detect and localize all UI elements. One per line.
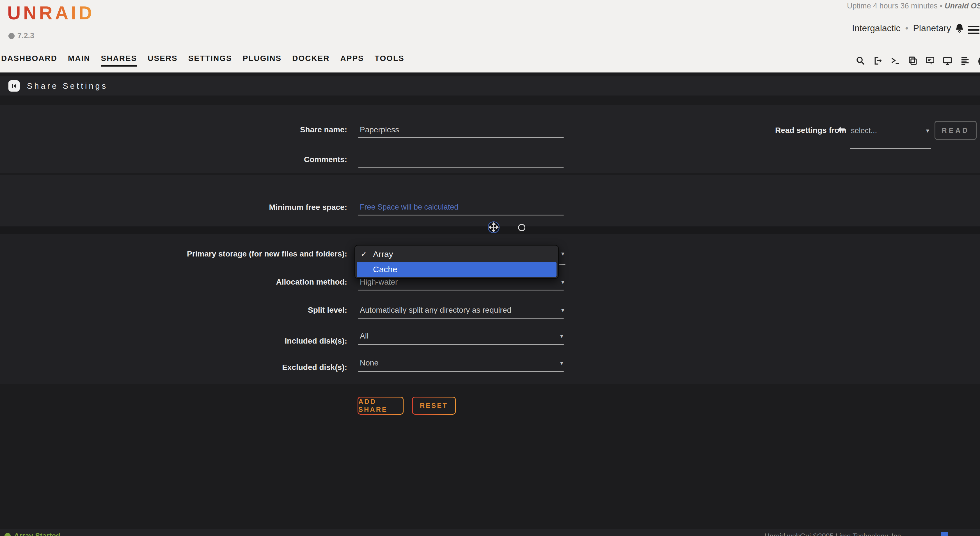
included-disks-select[interactable]: All (360, 332, 369, 340)
array-status-text: Array Started (14, 531, 60, 536)
license-text: Unraid OS Starter (945, 2, 980, 10)
nav-plugins[interactable]: PLUGINS (243, 54, 282, 67)
feedback-icon[interactable] (925, 56, 935, 67)
server-separator: • (903, 23, 910, 33)
dropdown-option-label: Cache (373, 265, 398, 274)
min-free-space-label: Minimum free space: (167, 203, 347, 212)
included-disks-underline (358, 344, 564, 345)
included-disks-caret-icon[interactable]: ▼ (559, 333, 564, 339)
read-settings-caret-icon[interactable]: ▼ (925, 128, 930, 134)
nav-shares[interactable]: SHARES (101, 54, 137, 67)
read-settings-label: Read settings from (775, 126, 846, 135)
footer: Array Started Unraid webGui ©2005 Lime T… (0, 529, 980, 536)
comments-underline (358, 168, 564, 168)
back-button[interactable] (8, 80, 20, 92)
excluded-disks-underline (358, 371, 564, 372)
array-status-icon (5, 533, 11, 536)
nav-docker[interactable]: DOCKER (292, 54, 329, 67)
nav-settings[interactable]: SETTINGS (188, 54, 232, 67)
section-band-1 (0, 105, 980, 173)
header: UNRAID 7.2.3 Uptime 4 hours 36 minutes•U… (0, 0, 980, 72)
nav-main[interactable]: MAIN (68, 54, 91, 67)
primary-storage-underline-edge (558, 264, 565, 265)
share-name-input[interactable]: Paperpless (360, 125, 399, 134)
monitor-icon[interactable] (942, 56, 953, 67)
nav-utility-icons (855, 56, 980, 67)
read-button[interactable]: READ (934, 121, 977, 140)
allocation-method-select[interactable]: High-water (360, 278, 398, 287)
profile-circle-icon[interactable] (978, 56, 980, 67)
split-level-caret-icon[interactable]: ▼ (560, 307, 565, 314)
primary-storage-label: Primary storage (for new files and folde… (167, 249, 347, 258)
notifications-bell-icon[interactable] (954, 23, 965, 34)
main-nav: DASHBOARD MAIN SHARES USERS SETTINGS PLU… (1, 54, 404, 67)
min-free-space-input[interactable]: Free Space will be calculated (360, 203, 458, 212)
search-icon[interactable] (855, 56, 865, 67)
unraid-screen: UNRAID 7.2.3 Uptime 4 hours 36 minutes•U… (0, 0, 980, 536)
read-settings-underline (850, 148, 931, 149)
log-icon[interactable] (960, 56, 970, 67)
page-title-bar: Share Settings (0, 77, 980, 96)
uptime-text: Uptime 4 hours 36 minutes (847, 2, 938, 10)
nav-users[interactable]: USERS (148, 54, 177, 67)
version-label: 7.2.3 (18, 32, 34, 40)
array-status[interactable]: Array Started (5, 531, 60, 536)
dropdown-option-label: Array (373, 249, 393, 259)
split-level-select[interactable]: Automatically split any directory as req… (360, 306, 511, 314)
primary-storage-caret-icon[interactable]: ▼ (560, 251, 565, 257)
menu-hamburger-icon[interactable] (968, 26, 980, 36)
min-free-space-underline (358, 215, 564, 215)
share-name-label: Share name: (167, 125, 347, 134)
share-name-underline (358, 137, 564, 138)
comments-label: Comments: (167, 155, 347, 164)
excluded-disks-select[interactable]: None (360, 359, 379, 367)
nav-tools[interactable]: TOOLS (375, 54, 404, 67)
version-badge-icon (8, 33, 14, 39)
uptime-line: Uptime 4 hours 36 minutes•Unraid OS Star… (847, 2, 980, 10)
split-level-underline (358, 318, 564, 319)
excluded-disks-caret-icon[interactable]: ▼ (559, 360, 564, 366)
version-line: 7.2.3 (8, 32, 34, 40)
allocation-method-underline (358, 290, 564, 290)
server-name-line: Intergalactic • Planetary (852, 23, 951, 34)
terminal-icon[interactable] (890, 56, 900, 67)
footer-copyright: Unraid webGui ©2005 Lime Technology, Inc… (764, 532, 903, 536)
nav-dashboard[interactable]: DASHBOARD (1, 54, 57, 67)
server-description: Planetary (913, 23, 951, 33)
check-icon: ✓ (361, 247, 367, 262)
split-level-label: Split level: (167, 306, 347, 314)
reset-button[interactable]: RESET (412, 397, 456, 415)
circle-marker-icon (518, 224, 525, 231)
logout-icon[interactable] (873, 56, 883, 67)
allocation-method-label: Allocation method: (167, 278, 347, 287)
read-settings-select[interactable]: select... (851, 126, 877, 135)
section-band-2 (0, 175, 980, 227)
dropdown-option-array[interactable]: ✓ Array (355, 247, 558, 262)
server-name: Intergalactic (852, 23, 900, 33)
unraid-logo[interactable]: UNRAID (7, 2, 95, 24)
add-share-button[interactable]: ADD SHARE (358, 397, 404, 415)
copy-icon[interactable] (908, 56, 918, 67)
nav-apps[interactable]: APPS (340, 54, 364, 67)
arrow-left-icon (836, 125, 846, 134)
allocation-method-caret-icon[interactable]: ▼ (560, 279, 565, 286)
primary-storage-dropdown: ✓ Array Cache (355, 245, 559, 279)
page-title: Share Settings (27, 81, 108, 91)
footer-flag-icon[interactable] (941, 532, 948, 536)
dropdown-option-cache[interactable]: Cache (357, 262, 557, 277)
included-disks-label: Included disk(s): (167, 337, 347, 346)
uptime-separator: • (938, 2, 945, 10)
excluded-disks-label: Excluded disk(s): (167, 363, 347, 372)
move-cursor-icon (487, 221, 500, 234)
